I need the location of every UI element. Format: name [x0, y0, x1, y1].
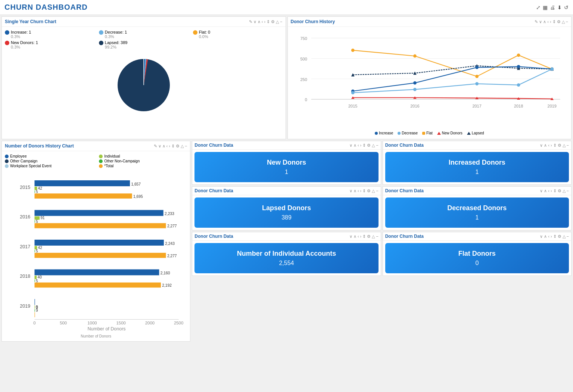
gear-icon[interactable]: ⚙	[558, 234, 561, 239]
arrow-up-icon[interactable]: △	[562, 19, 565, 24]
gear-icon[interactable]: ⚙	[367, 143, 371, 148]
chevron-down-icon[interactable]: ∨	[349, 234, 352, 239]
chevron-right-icon[interactable]: ›	[550, 19, 551, 24]
arrows-icon[interactable]: ⇕	[552, 19, 556, 24]
chevron-down-icon[interactable]: ∨	[349, 143, 352, 148]
chevron-left-icon[interactable]: ‹	[358, 189, 359, 193]
arrows-icon[interactable]: ⇕	[362, 234, 366, 239]
chevron-down-icon[interactable]: ∨	[158, 144, 161, 149]
chevron-up-icon[interactable]: ∧	[354, 234, 356, 239]
chevron-up-icon[interactable]: ∧	[544, 189, 547, 193]
arrow-up-icon[interactable]: △	[372, 143, 375, 148]
legend-item-decrease: Decrease: 1 0.3%	[99, 30, 189, 39]
decreased-donors-panel-controls: ∨ ∧ ‹ › ⇕ ⚙ △ −	[540, 189, 569, 193]
minus-icon[interactable]: −	[376, 143, 378, 148]
arrows-icon[interactable]: ⇕	[267, 19, 270, 24]
minus-icon[interactable]: −	[376, 234, 378, 239]
chevron-left-icon[interactable]: ‹	[262, 19, 263, 24]
expand-icon[interactable]: ⤢	[536, 4, 541, 10]
gear-icon[interactable]: ⚙	[557, 19, 561, 24]
gear-icon[interactable]: ⚙	[367, 189, 371, 193]
arrow-up-icon[interactable]: △	[563, 234, 566, 239]
pencil-icon[interactable]: ✎	[249, 19, 252, 24]
minus-icon[interactable]: −	[566, 19, 568, 24]
gear-icon[interactable]: ⚙	[558, 143, 561, 148]
arrow-up-icon[interactable]: △	[563, 143, 566, 148]
settings-icon[interactable]: ↺	[564, 4, 569, 10]
svg-rect-51	[35, 210, 164, 216]
legend-decrease: Decrease	[398, 131, 418, 135]
chevron-right-icon[interactable]: ›	[360, 189, 362, 193]
arrow-up-icon[interactable]: △	[372, 234, 375, 239]
line-panel-header: Donor Churn History ✎ ∨ ∧ ‹ › ⇕ ⚙ △ −	[288, 17, 572, 27]
chevron-up-icon[interactable]: ∧	[543, 19, 546, 24]
arrow-up-icon[interactable]: △	[372, 189, 375, 193]
svg-text:0: 0	[305, 97, 307, 102]
header-controls: ⤢ ▦ 🖨 ⬇ ↺	[536, 4, 569, 10]
chevron-down-icon[interactable]: ∨	[539, 19, 542, 24]
chevron-left-icon[interactable]: ‹	[547, 19, 549, 24]
minus-icon[interactable]: −	[280, 19, 282, 24]
arrows-icon[interactable]: ⇕	[553, 143, 557, 148]
gear-icon[interactable]: ⚙	[271, 19, 275, 24]
arrow-up-icon[interactable]: △	[181, 144, 184, 149]
chevron-left-icon[interactable]: ‹	[358, 143, 359, 148]
chevron-down-icon[interactable]: ∨	[253, 19, 256, 24]
bar-panel-header: Number of Donors History Chart ✎ ∨ ∧ ‹ ›…	[2, 141, 190, 151]
arrow-up-icon[interactable]: △	[563, 189, 566, 193]
minus-icon[interactable]: −	[567, 234, 569, 239]
chevron-down-icon[interactable]: ∨	[540, 189, 543, 193]
chevron-down-icon[interactable]: ∨	[349, 189, 352, 193]
chevron-up-icon[interactable]: ∧	[162, 144, 165, 149]
chevron-left-icon[interactable]: ‹	[548, 234, 549, 239]
chevron-left-icon[interactable]: ‹	[166, 144, 168, 149]
svg-text:5: 5	[36, 190, 38, 194]
gear-icon[interactable]: ⚙	[558, 189, 561, 193]
chevron-right-icon[interactable]: ›	[360, 143, 362, 148]
chevron-up-icon[interactable]: ∧	[354, 189, 356, 193]
chevron-left-icon[interactable]: ‹	[358, 234, 359, 239]
flat-donors-panel-controls: ∨ ∧ ‹ › ⇕ ⚙ △ −	[540, 234, 569, 239]
arrows-icon[interactable]: ⇕	[553, 234, 557, 239]
chevron-up-icon[interactable]: ∧	[544, 143, 547, 148]
legend-flat-label: Flat: 0	[199, 30, 211, 34]
arrows-icon[interactable]: ⇕	[362, 143, 366, 148]
arrows-icon[interactable]: ⇕	[362, 189, 366, 193]
chevron-right-icon[interactable]: ›	[551, 143, 552, 148]
chevron-up-icon[interactable]: ∧	[354, 143, 356, 148]
arrow-up-icon[interactable]: △	[276, 19, 279, 24]
minus-icon[interactable]: −	[376, 189, 378, 193]
gear-icon[interactable]: ⚙	[367, 234, 371, 239]
bar-legend-total: *Total	[99, 164, 187, 168]
pencil-icon[interactable]: ✎	[154, 144, 157, 149]
chevron-up-icon[interactable]: ∧	[544, 234, 547, 239]
arrows-icon[interactable]: ⇕	[171, 144, 175, 149]
chevron-up-icon[interactable]: ∧	[258, 19, 261, 24]
chevron-down-icon[interactable]: ∨	[540, 234, 543, 239]
svg-point-34	[517, 83, 520, 87]
pencil-icon[interactable]: ✎	[535, 19, 538, 24]
lapsed-donors-card-panel: Donor Churn Data ∨ ∧ ‹ › ⇕ ⚙ △ − Lapsed …	[192, 186, 381, 230]
svg-text:2,192: 2,192	[162, 283, 172, 287]
decreased-donors-value: 1	[475, 214, 479, 221]
chevron-down-icon[interactable]: ∨	[540, 143, 543, 148]
svg-text:2,233: 2,233	[165, 212, 174, 216]
gear-icon[interactable]: ⚙	[176, 144, 180, 149]
chevron-right-icon[interactable]: ›	[551, 189, 552, 193]
svg-point-27	[413, 81, 417, 85]
svg-rect-69	[35, 270, 159, 276]
chevron-left-icon[interactable]: ‹	[548, 143, 549, 148]
chevron-left-icon[interactable]: ‹	[548, 189, 549, 193]
chevron-right-icon[interactable]: ›	[360, 234, 362, 239]
print-icon[interactable]: 🖨	[550, 4, 555, 10]
minus-icon[interactable]: −	[567, 143, 569, 148]
chevron-right-icon[interactable]: ›	[264, 19, 265, 24]
download-icon[interactable]: ⬇	[557, 4, 562, 10]
legend-item-new: New Donors: 1 0.3%	[5, 40, 94, 49]
chevron-right-icon[interactable]: ›	[169, 144, 170, 149]
table-icon[interactable]: ▦	[543, 4, 548, 10]
arrows-icon[interactable]: ⇕	[553, 189, 557, 193]
minus-icon[interactable]: −	[567, 189, 569, 193]
minus-icon[interactable]: −	[185, 144, 187, 149]
chevron-right-icon[interactable]: ›	[551, 234, 552, 239]
